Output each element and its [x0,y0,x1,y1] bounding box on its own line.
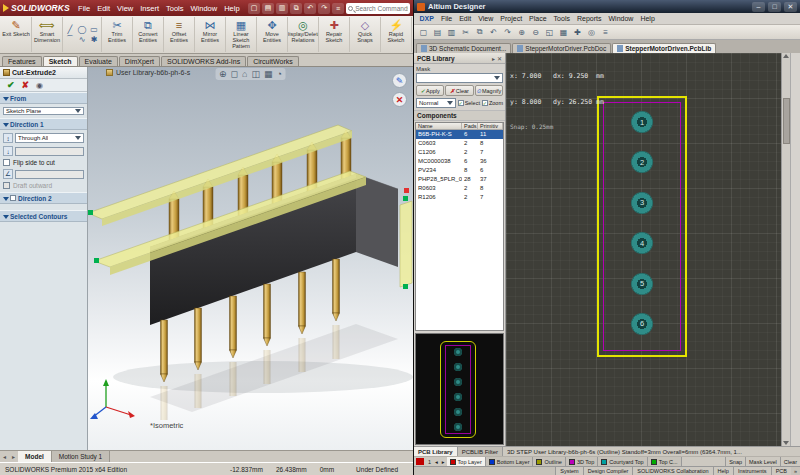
altium-titlebar[interactable]: Altium Designer – □ ✕ [414,0,800,13]
component-row[interactable]: B6B-PH-K-S 6 11 [416,130,503,139]
minimize-button[interactable]: – [752,2,765,12]
ribbon-button[interactable]: ⧉ Convert Entities [133,17,164,52]
system-panel-button[interactable]: System [555,467,582,475]
document-tab[interactable]: 3D Schematic Document... [416,43,511,53]
component-row[interactable]: PV234 8 6 [416,166,503,175]
quick-access-icon[interactable]: ↶ [304,3,316,14]
menu-item[interactable]: Window [605,15,637,22]
sketch-entity-icon[interactable]: ⌒ [66,35,74,45]
draft-angle-input[interactable] [15,170,84,179]
ribbon-button[interactable]: ⟺ Smart Dimension [32,17,63,52]
view-tool-icon[interactable]: ⊕ [219,69,227,79]
menu-item[interactable]: Help [637,15,658,22]
system-panel-button[interactable]: PCB [771,467,791,475]
toolbar-icon[interactable]: ↷ [501,26,514,38]
ribbon-button[interactable]: ✂ Trim Entities [102,17,133,52]
panel-close-icon[interactable]: ✕ [497,55,502,62]
pcb-editor-canvas[interactable]: x: 7.000 dx: 9.250 mm y: 8.000 dy: 26.25… [506,53,781,446]
col-name[interactable]: Name [416,123,462,129]
depth-input[interactable] [15,147,84,156]
toolbar-icon[interactable]: ✚ [571,26,584,38]
search-input[interactable] [355,5,408,12]
status-button[interactable]: Mask Level [745,457,780,466]
panel-tab[interactable]: PCB Library [414,447,458,456]
toolbar-icon[interactable]: ✂ [459,26,472,38]
layer-tab[interactable]: 3D Top [566,457,598,466]
ribbon-tab[interactable]: Sketch [43,56,78,66]
layer-tab[interactable]: Top Layer [447,457,486,466]
toolbar-icon[interactable]: ▦ [557,26,570,38]
ribbon-button[interactable]: ✥ Move Entities [257,17,288,52]
toolbar-icon[interactable]: ⧉ [473,26,486,38]
status-button[interactable]: Clear [780,457,800,466]
menu-item[interactable]: Tools [550,15,573,22]
quick-access-icon[interactable]: ↷ [318,3,330,14]
menu-item[interactable]: Edit [456,15,475,22]
cancel-sketch-icon[interactable]: ✕ [392,92,407,107]
sketch-entity-icon[interactable]: ∿ [79,35,86,45]
layer-tab[interactable]: Top C... [648,457,682,466]
scroll-tabs-right-icon[interactable]: ▸ [9,453,18,460]
scroll-up-icon[interactable] [783,54,789,58]
preview-icon[interactable]: ◉ [36,81,43,90]
ribbon-tab[interactable]: CircuitWorks [247,56,299,66]
solidworks-titlebar[interactable]: SOLIDWORKS FileEditViewInsertToolsWindow… [0,0,413,16]
component-row[interactable]: PHP28_5PLR_09 28 37 [416,175,503,184]
flip-side-checkbox[interactable]: Flip side to cut [3,159,84,166]
vertical-scrollbar[interactable] [781,53,790,446]
pcb-pad[interactable]: 6 [631,313,653,335]
view-tool-icon[interactable]: ◔ [277,69,282,79]
quick-access-icon[interactable]: ▤ [262,3,274,14]
menu-item[interactable]: DXP [416,15,437,22]
ribbon-tab[interactable]: Features [2,56,42,66]
reverse-direction-icon[interactable]: ↕ [3,133,13,143]
close-button[interactable]: ✕ [784,2,797,12]
connector-3d-model[interactable] [88,87,413,432]
menu-item[interactable]: Reports [573,15,605,22]
sketch-entity-icon[interactable]: ╱ [68,25,73,35]
layer-tab[interactable]: Courtyard Top [598,457,647,466]
pcb-pad[interactable]: 1 [631,111,653,133]
component-row[interactable]: C0603 2 8 [416,139,503,148]
ribbon-button[interactable]: ⚡ Rapid Sketch [381,17,412,52]
layer-tab[interactable]: Outline [533,457,565,466]
component-row[interactable]: C1206 2 7 [416,148,503,157]
active-layer-swatch[interactable] [416,458,424,465]
toolbar-icon[interactable]: ◎ [585,26,598,38]
toolbar-icon[interactable]: ⊖ [529,26,542,38]
ribbon-button[interactable]: ⋈ Mirror Entities [195,17,226,52]
system-panel-button[interactable]: Design Compiler [583,467,633,475]
end-condition-select[interactable]: Through All [15,133,84,143]
view-tool-icon[interactable]: ◫ [252,69,261,79]
system-panel-button[interactable]: Instruments [733,467,771,475]
scroll-down-icon[interactable] [783,441,789,445]
menu-item[interactable]: Edit [94,4,114,13]
view-tool-icon[interactable]: ⌂ [242,69,247,79]
col-pads[interactable]: Pads [462,123,478,129]
pcb-pad[interactable]: 2 [631,151,653,173]
right-panel-strip[interactable] [790,53,800,446]
pcb-pad[interactable]: 4 [631,232,653,254]
direction2-checkbox[interactable] [10,195,16,201]
zoom-checkbox[interactable]: ✓ Zoom [482,100,503,106]
system-panel-button[interactable]: Help [713,467,733,475]
graphics-area[interactable]: User Library-b6b-ph-6-s ⊕◻⌂◫▦◔ ✎ ✕ [88,67,413,450]
menu-item[interactable]: View [475,15,497,22]
ok-button[interactable]: ✔ [7,80,15,90]
panel-menu-icon[interactable]: ▸ [492,55,495,62]
component-row[interactable]: MC0000038 6 36 [416,157,503,166]
command-search[interactable] [346,3,410,14]
component-row[interactable]: R0603 2 8 [416,184,503,193]
model-tab[interactable]: Model [18,451,52,462]
toolbar-icon[interactable]: ▥ [445,26,458,38]
layer-scroll-right-icon[interactable]: ▸ [440,459,447,465]
magnify-button[interactable]: ⊙ Magnify [475,85,503,96]
menu-item[interactable]: View [114,4,137,13]
quick-access-icon[interactable]: ≡ [332,3,344,14]
layer-scroll-left-icon[interactable]: ◂ [433,459,440,465]
col-primitives[interactable]: Primitiv [478,123,503,129]
status-button[interactable]: Snap [725,457,745,466]
ribbon-tab[interactable]: Evaluate [79,56,118,66]
model-tab[interactable]: Motion Study 1 [52,451,110,462]
ribbon-tab[interactable]: SOLIDWORKS Add-Ins [161,56,246,66]
